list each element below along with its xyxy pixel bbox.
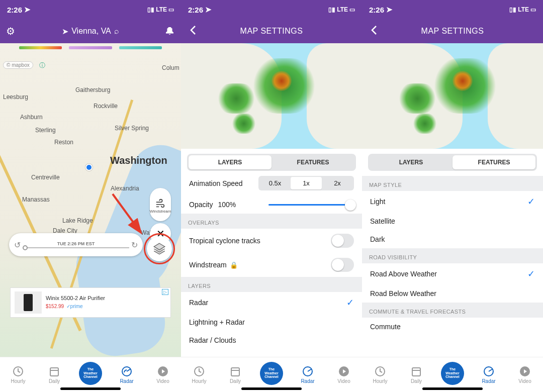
row-commute[interactable]: Commute [362, 318, 543, 332]
settings-body[interactable]: LAYERS FEATURES MAP STYLE Light ✓ Satell… [362, 149, 543, 357]
city-label: Manassas [22, 196, 50, 203]
nav-bar: MAP SETTINGS [181, 19, 362, 43]
history-icon[interactable]: ↺ [14, 240, 21, 250]
tab-video[interactable]: Video [326, 357, 362, 392]
row-road-above[interactable]: Road Above Weather ✓ [362, 263, 543, 284]
section-mapstyle: MAP STYLE [362, 176, 543, 191]
layers-features-segment[interactable]: LAYERS FEATURES [368, 154, 537, 171]
seg-features[interactable]: FEATURES [452, 155, 535, 169]
info-icon[interactable]: ⓘ [39, 61, 45, 70]
future-icon[interactable]: ↻ [131, 240, 138, 250]
location-icon: ➤ [205, 5, 212, 14]
speed-2x[interactable]: 2x [322, 177, 353, 189]
svg-rect-7 [231, 368, 239, 376]
adchoices-icon[interactable]: ▷ [162, 289, 168, 295]
network-label: LTE [156, 6, 167, 13]
tab-radar[interactable]: Radar [290, 357, 326, 392]
svg-rect-12 [412, 368, 420, 376]
tab-label: Daily [49, 378, 60, 384]
map[interactable]: © mapbox ⓘ Gaithersburg Rockville Silver… [0, 43, 181, 357]
tab-label: Radar [120, 378, 133, 384]
city-label: Sterling [35, 127, 56, 134]
ad-banner[interactable]: Winix 5500-2 Air Purifier $152.99 ✓prime… [10, 287, 171, 318]
layers-fab[interactable] [147, 236, 172, 261]
timeline[interactable]: ↺ TUE 2:26 PM EST ↻ [9, 233, 143, 256]
seg-layers[interactable]: LAYERS [189, 155, 272, 169]
setting-label: Radar [189, 299, 208, 307]
settings-body[interactable]: LAYERS FEATURES Animation Speed 0.5x 1x … [181, 149, 362, 357]
setting-label: Commute [370, 323, 401, 331]
check-icon: ✓ [527, 196, 535, 207]
tab-label: Video [156, 378, 169, 384]
row-windstream[interactable]: Windstream 🔒 [181, 253, 362, 277]
tab-video[interactable]: Video [145, 357, 181, 392]
speed-1x[interactable]: 1x [291, 177, 322, 189]
row-clouds[interactable]: Radar / Clouds [181, 331, 362, 345]
home-indicator[interactable] [60, 387, 121, 390]
tab-radar[interactable]: Radar [109, 357, 145, 392]
home-indicator[interactable] [241, 387, 302, 390]
tab-hourly[interactable]: Hourly [0, 357, 36, 392]
mapbox-badge: © mapbox [3, 61, 33, 69]
setting-label: Lightning + Radar [189, 318, 245, 326]
tab-daily[interactable]: Daily [398, 357, 434, 392]
timeline-track[interactable] [23, 247, 129, 248]
switch-windstream[interactable] [331, 258, 354, 272]
speed-segment[interactable]: 0.5x 1x 2x [258, 176, 354, 190]
tab-radar[interactable]: Radar [471, 357, 507, 392]
city-label: Rockville [94, 103, 118, 110]
row-satellite[interactable]: Satellite [362, 212, 543, 230]
battery-icon: ▭ [530, 6, 536, 13]
row-road-below[interactable]: Road Below Weather [362, 284, 543, 303]
gear-icon[interactable]: ⚙ [6, 25, 15, 37]
setting-label: Opacity [189, 201, 213, 209]
tab-hourly[interactable]: Hourly [362, 357, 398, 392]
ad-prime: ✓prime [66, 304, 83, 309]
opacity-slider[interactable] [268, 204, 354, 206]
map-legend [19, 46, 162, 51]
switch-tropical[interactable] [331, 234, 354, 248]
tab-daily[interactable]: Daily [217, 357, 253, 392]
home-indicator[interactable] [422, 387, 483, 390]
radar-preview[interactable] [181, 43, 362, 149]
row-tropical[interactable]: Tropical cyclone tracks [181, 229, 362, 253]
speed-05x[interactable]: 0.5x [259, 177, 291, 189]
section-commute: COMMUTE & TRAVEL FORECASTS [362, 303, 543, 318]
nav-location-icon: ➤ [62, 27, 68, 36]
windstream-button[interactable]: Windstream [150, 188, 171, 221]
play-icon [157, 366, 168, 377]
tab-video[interactable]: Video [507, 357, 543, 392]
city-label: Colum [162, 64, 179, 71]
user-location-dot [85, 164, 93, 171]
back-button[interactable] [187, 24, 199, 38]
back-button[interactable] [368, 24, 380, 38]
tab-twc[interactable]: TheWeatherChannel [434, 357, 471, 392]
city-label: Gaithersburg [75, 86, 110, 93]
row-radar[interactable]: Radar ✓ [181, 292, 362, 313]
radar-preview[interactable] [362, 43, 543, 149]
status-bar: 2:26➤ ▯▮LTE▭ [362, 0, 543, 19]
location-button[interactable]: ➤ Vienna, VA ⌕ [62, 27, 119, 36]
tab-twc[interactable]: TheWeatherChannel [72, 357, 109, 392]
row-lightning[interactable]: Lightning + Radar [181, 313, 362, 331]
screen-features: 2:26➤ ▯▮LTE▭ MAP SETTINGS LAYERS FEATURE… [362, 0, 543, 392]
calendar-icon [230, 366, 241, 377]
tab-hourly[interactable]: Hourly [181, 357, 217, 392]
timeline-thumb[interactable] [23, 245, 28, 250]
location-label: Vienna, VA [71, 27, 111, 36]
bell-icon[interactable]: 🔔︎ [165, 26, 175, 37]
layers-features-segment[interactable]: LAYERS FEATURES [187, 154, 356, 171]
row-light[interactable]: Light ✓ [362, 191, 543, 212]
status-bar: 2:26➤ ▯▮LTE▭ [0, 0, 181, 19]
radar-icon [483, 366, 494, 377]
tab-daily[interactable]: Daily [36, 357, 72, 392]
twc-logo: TheWeatherChannel [260, 362, 283, 385]
row-dark[interactable]: Dark [362, 230, 543, 248]
city-label: Centreville [31, 174, 60, 181]
tab-twc[interactable]: TheWeatherChannel [253, 357, 290, 392]
city-label: Reston [54, 139, 73, 146]
seg-features[interactable]: FEATURES [272, 155, 354, 169]
search-icon: ⌕ [114, 27, 119, 36]
clock-icon [13, 366, 24, 377]
seg-layers[interactable]: LAYERS [370, 155, 452, 169]
